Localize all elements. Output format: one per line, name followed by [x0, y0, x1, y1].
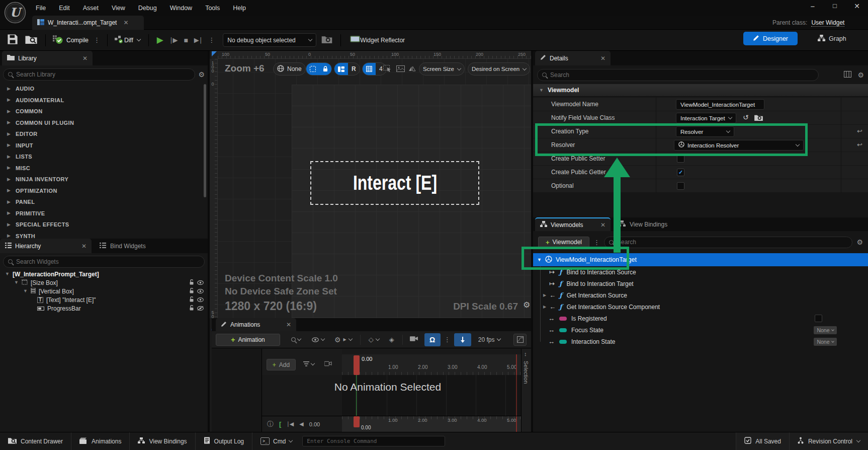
library-category[interactable]: ▶EDITOR [0, 128, 208, 140]
lock-icon[interactable] [189, 279, 194, 286]
details-settings-gear-icon[interactable]: ⚙ [857, 71, 864, 79]
asset-tab-close-icon[interactable]: ✕ [123, 19, 128, 26]
animations-tab-close-icon[interactable]: ✕ [286, 321, 291, 328]
hierarchy-tab[interactable]: Hierarchy ✕ [0, 239, 92, 253]
dpi-settings-gear-icon[interactable]: ⚙ [523, 301, 530, 309]
expand-arrow-icon[interactable]: ▶ [7, 222, 11, 227]
menu-help[interactable]: Help [226, 0, 252, 16]
eye-icon[interactable] [197, 279, 204, 286]
expand-arrow-icon[interactable]: ▶ [7, 132, 11, 136]
eye-icon[interactable] [197, 296, 204, 304]
hierarchy-row-progressbar[interactable]: ProgressBar [0, 304, 208, 313]
resize-grip-icon[interactable]: ↕ [524, 351, 527, 357]
step-button[interactable]: ∣▶ [169, 36, 178, 44]
hierarchy-search-input[interactable]: Search Widgets [3, 256, 205, 268]
designer-viewport[interactable]: Interact [E] Device Content Scale 1.0 No… [212, 51, 531, 318]
viewmodels-tab[interactable]: Viewmodels ✕ [535, 217, 611, 231]
expand-arrow-icon[interactable]: ▶ [7, 200, 11, 204]
view-bindings-tab[interactable]: View Bindings [612, 217, 674, 231]
viewmodel-options-icon[interactable]: ⋮ [593, 239, 600, 246]
content-drawer-button[interactable]: Content Drawer [0, 432, 71, 450]
playback-settings-gear-icon[interactable]: ⚙▶ [334, 336, 352, 343]
library-tab-close-icon[interactable]: ✕ [82, 55, 88, 62]
selection-strip[interactable]: ↕ Selection [521, 349, 531, 432]
expand-arrow-icon[interactable]: ▶ [7, 109, 11, 114]
selected-widget-outline[interactable]: Interact [E] [310, 161, 479, 205]
menu-file[interactable]: File [29, 0, 52, 16]
cmd-select[interactable]: >_ Cmd [252, 432, 300, 450]
menu-tools[interactable]: Tools [199, 0, 226, 16]
menu-edit[interactable]: Edit [52, 0, 76, 16]
save-status-button[interactable]: All Saved [736, 432, 789, 450]
lock-icon[interactable] [189, 305, 194, 312]
menu-window[interactable]: Window [163, 0, 199, 16]
hierarchy-row-text[interactable]: T [Text] "Interact [E]" [0, 295, 208, 304]
collapse-arrow-icon[interactable]: ▼ [23, 289, 28, 293]
lock-icon[interactable] [189, 288, 194, 295]
lock-toggle[interactable] [319, 63, 331, 75]
details-tab[interactable]: Details ✕ [535, 51, 611, 65]
screen-size-select[interactable]: Screen Size [419, 62, 465, 76]
create-public-getter-checkbox[interactable]: ✓ [677, 169, 684, 176]
viewmodel-section-header[interactable]: ▼ Viewmodel [533, 84, 868, 97]
expand-arrow-icon[interactable]: ▶ [7, 166, 11, 170]
menu-view[interactable]: View [105, 0, 132, 16]
browse-to-asset-icon[interactable] [754, 114, 763, 122]
skip-button[interactable]: ▶∣ [194, 36, 203, 44]
library-category[interactable]: ▶SPECIAL EFFECTS [0, 219, 208, 231]
viewmodel-function-row[interactable]: ▶ ← ƒ Get Interaction Source Component [533, 301, 868, 313]
playhead-marker[interactable] [354, 355, 360, 375]
view-bindings-drawer-button[interactable]: View Bindings [130, 432, 195, 450]
library-scrollbar[interactable] [204, 84, 206, 197]
bind-widgets-tab[interactable]: Bind Widgets [93, 239, 153, 253]
preview-background-icon[interactable] [396, 65, 405, 73]
library-category[interactable]: ▶COMMON [0, 106, 208, 117]
range-start-bracket-icon[interactable]: [ [279, 420, 281, 428]
info-icon[interactable]: ⓘ [267, 420, 274, 429]
timeline-ruler[interactable]: 1.00 2.00 3.00 4.00 5.00 0.00 [342, 354, 521, 375]
widget-reflector-button[interactable]: Widget Reflector [360, 37, 405, 44]
snap-options-icon[interactable]: ⋮ [444, 336, 451, 343]
viewmodel-function-row[interactable]: ↦ ƒ Bind to Interaction Target [533, 278, 868, 289]
menu-asset[interactable]: Asset [76, 0, 105, 16]
compile-options-icon[interactable]: ⋮ [94, 36, 100, 44]
lock-icon[interactable] [189, 296, 194, 304]
create-public-setter-checkbox[interactable] [677, 155, 684, 163]
expand-arrow-icon[interactable]: ▶ [7, 120, 11, 125]
save-button[interactable] [7, 34, 18, 46]
viewmodels-tab-close-icon[interactable]: ✕ [600, 221, 605, 229]
library-category[interactable]: ▶PRIMITIVE [0, 208, 208, 219]
library-category[interactable]: ▶COMMON UI PLUGIN [0, 117, 208, 129]
details-tab-close-icon[interactable]: ✕ [600, 55, 605, 62]
menu-debug[interactable]: Debug [132, 0, 163, 16]
expand-arrow-icon[interactable]: ▶ [543, 293, 546, 297]
step-back-icon[interactable]: ◀ [299, 421, 303, 427]
optional-checkbox[interactable] [677, 182, 684, 190]
collapse-arrow-icon[interactable]: ▼ [14, 280, 19, 285]
sequencer-camera-icon[interactable] [410, 336, 418, 343]
library-category[interactable]: ▶MISC [0, 163, 208, 174]
library-category[interactable]: ▶AUDIO [0, 83, 208, 95]
hierarchy-row-verticalbox[interactable]: ▼ [Vertical Box] [0, 287, 208, 295]
output-log-button[interactable]: Output Log [196, 432, 252, 450]
align-toggle[interactable] [334, 63, 348, 75]
expand-arrow-icon[interactable]: ▶ [7, 188, 11, 193]
viewmodels-search-input[interactable]: Search [604, 237, 852, 248]
fps-select[interactable]: 20 fps [478, 336, 501, 343]
eye-slash-icon[interactable] [197, 305, 204, 312]
library-category[interactable]: ▶AUDIOMATERIAL [0, 95, 208, 106]
details-search-input[interactable]: Search [537, 69, 819, 81]
designer-button[interactable]: Designer [743, 32, 798, 45]
library-search-input[interactable]: Search Library [3, 68, 195, 81]
debug-browse-icon[interactable] [321, 35, 332, 45]
visibility-eye-icon[interactable] [312, 337, 324, 342]
add-track-button[interactable]: + Add [267, 359, 296, 370]
viewmodel-function-row[interactable]: ▶ ← ƒ Get Interaction Source [533, 289, 868, 301]
grid-snap-toggle[interactable] [363, 63, 376, 75]
cursor-select-icon[interactable] [383, 65, 392, 74]
library-tab[interactable]: Library ✕ [2, 51, 93, 65]
expand-arrow-icon[interactable]: ▶ [7, 177, 11, 182]
interaction-state-value-select[interactable]: None [814, 338, 837, 346]
library-category[interactable]: ▶LISTS [0, 151, 208, 163]
localization-preview-button[interactable]: R [348, 63, 360, 75]
